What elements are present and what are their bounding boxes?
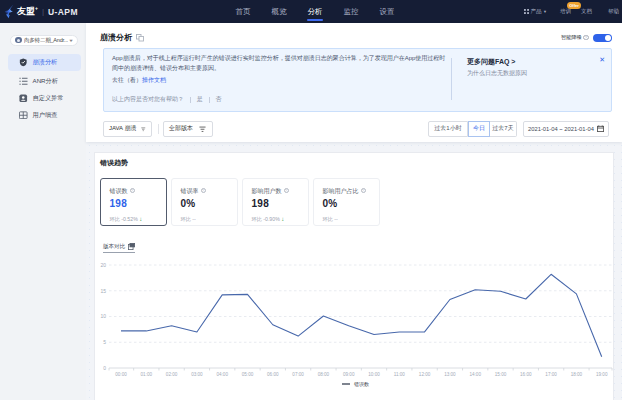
- svg-text:16:00: 16:00: [520, 372, 532, 377]
- svg-text:06:00: 06:00: [267, 372, 279, 377]
- svg-text:00:00: 00:00: [115, 372, 127, 377]
- svg-text:04:00: 04:00: [216, 372, 228, 377]
- svg-text:15:00: 15:00: [495, 372, 507, 377]
- svg-text:05:00: 05:00: [242, 372, 254, 377]
- svg-text:11:00: 11:00: [394, 372, 406, 377]
- svg-text:20: 20: [100, 262, 106, 268]
- svg-text:02:00: 02:00: [166, 372, 178, 377]
- svg-text:09:00: 09:00: [343, 372, 355, 377]
- svg-text:12:00: 12:00: [419, 372, 431, 377]
- svg-text:13:00: 13:00: [444, 372, 456, 377]
- svg-text:18:00: 18:00: [571, 372, 583, 377]
- svg-text:08:00: 08:00: [318, 372, 330, 377]
- svg-text:5: 5: [103, 339, 106, 345]
- svg-text:17:00: 17:00: [545, 372, 557, 377]
- svg-text:15: 15: [100, 288, 106, 294]
- svg-text:14:00: 14:00: [469, 372, 481, 377]
- svg-text:10: 10: [100, 313, 106, 319]
- svg-text:10:00: 10:00: [368, 372, 380, 377]
- svg-text:03:00: 03:00: [191, 372, 203, 377]
- svg-text:01:00: 01:00: [141, 372, 153, 377]
- svg-text:19:00: 19:00: [596, 372, 608, 377]
- svg-text:07:00: 07:00: [292, 372, 304, 377]
- svg-text:0: 0: [103, 365, 106, 371]
- svg-text:错误数: 错误数: [354, 381, 369, 387]
